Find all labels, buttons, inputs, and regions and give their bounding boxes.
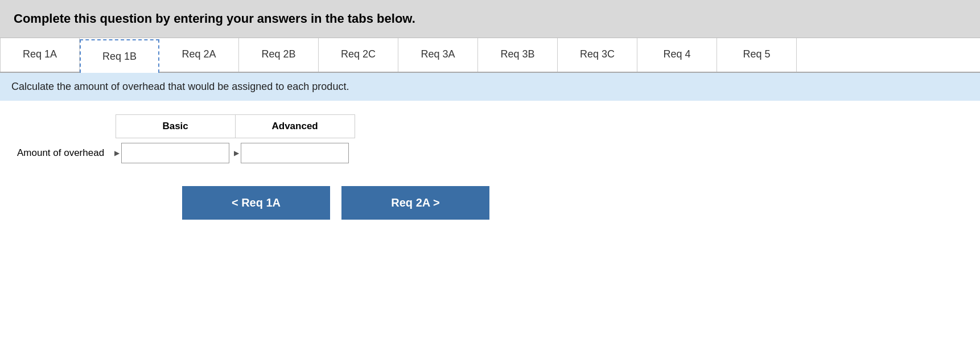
advanced-input[interactable] [241,143,349,163]
tab-req4[interactable]: Req 4 [637,38,717,72]
header-bar: Complete this question by entering your … [0,0,980,38]
col-header-basic: Basic [116,115,235,138]
next-button[interactable]: Req 2A > [341,186,489,220]
basic-input[interactable] [121,143,229,163]
tab-req3c[interactable]: Req 3C [558,38,637,72]
nav-buttons: < Req 1A Req 2A > [11,186,969,220]
question-banner: Calculate the amount of overhead that wo… [0,73,980,101]
question-text: Calculate the amount of overhead that wo… [11,81,349,92]
tab-req1a[interactable]: Req 1A [0,38,80,72]
tab-req3a[interactable]: Req 3A [398,38,478,72]
col-header-empty [11,115,116,138]
tab-req5[interactable]: Req 5 [717,38,797,72]
table-row: Amount of overhead [11,138,355,168]
tabs-container: Req 1AReq 1BReq 2AReq 2BReq 2CReq 3AReq … [0,38,980,73]
prev-button[interactable]: < Req 1A [182,186,330,220]
instruction-text: Complete this question by entering your … [14,11,415,26]
tab-req3b[interactable]: Req 3B [478,38,558,72]
basic-input-cell [116,138,235,168]
data-table: Basic Advanced Amount of overhead [11,114,355,168]
row-label: Amount of overhead [11,138,116,168]
col-header-advanced: Advanced [235,115,355,138]
content-area: Basic Advanced Amount of overhead < Req … [0,101,980,233]
tab-req2b[interactable]: Req 2B [239,38,319,72]
tab-req2a[interactable]: Req 2A [159,38,239,72]
tab-req1b[interactable]: Req 1B [80,39,159,73]
advanced-input-cell [235,138,355,168]
tab-req2c[interactable]: Req 2C [319,38,398,72]
